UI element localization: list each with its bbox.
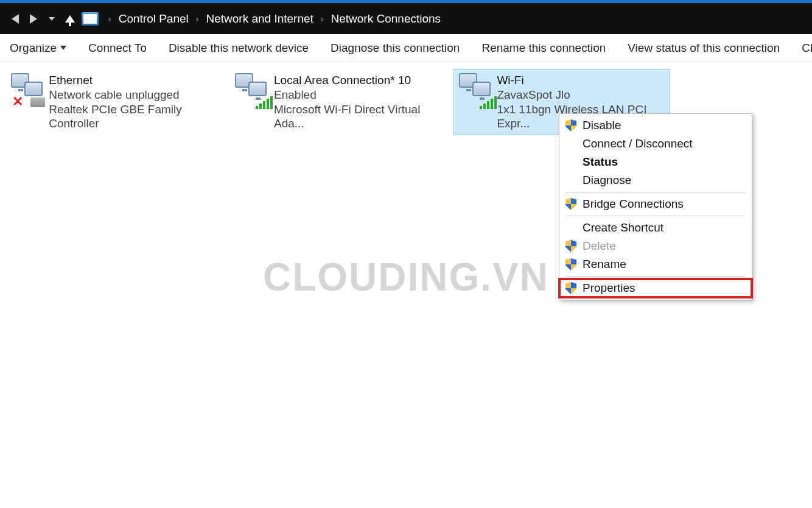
diagnose-label: Diagnose this connection xyxy=(331,41,460,55)
rename-connection-button[interactable]: Rename this connection xyxy=(481,41,606,55)
shield-icon xyxy=(565,258,576,270)
context-menu-separator xyxy=(565,276,746,277)
connection-local-area[interactable]: Local Area Connection* 10 Enabled Micros… xyxy=(230,69,446,135)
ctx-diagnose[interactable]: Diagnose xyxy=(559,171,752,189)
connection-name: Local Area Connection* 10 xyxy=(274,73,441,88)
connection-ethernet[interactable]: ✕ Ethernet Network cable unplugged Realt… xyxy=(6,69,222,135)
connection-name: Wi-Fi xyxy=(497,73,665,88)
shield-icon xyxy=(565,198,576,210)
disable-device-button[interactable]: Disable this network device xyxy=(169,41,309,55)
ctx-shortcut-label: Create Shortcut xyxy=(583,221,663,235)
breadcrumb-sep-icon: › xyxy=(103,14,116,24)
connection-status: Enabled xyxy=(274,88,441,102)
breadcrumb-sep-icon: › xyxy=(191,14,204,24)
change-settings-button[interactable]: Change setti xyxy=(802,41,812,55)
forward-button[interactable] xyxy=(24,14,43,24)
ctx-properties-label: Properties xyxy=(583,281,635,295)
shield-icon xyxy=(565,119,576,132)
change-settings-label: Change setti xyxy=(802,41,812,55)
ctx-delete-label: Delete xyxy=(583,239,616,253)
ctx-disable[interactable]: Disable xyxy=(559,116,752,135)
watermark-text: CLOUDING.VN xyxy=(263,255,549,300)
diagnose-button[interactable]: Diagnose this connection xyxy=(331,41,460,55)
ctx-disable-label: Disable xyxy=(583,119,621,132)
rename-label: Rename this connection xyxy=(481,41,606,55)
view-status-button[interactable]: View status of this connection xyxy=(628,41,780,55)
shield-icon xyxy=(565,282,576,294)
breadcrumb-network-internet[interactable]: Network and Internet xyxy=(203,12,315,26)
breadcrumb-sep-icon: › xyxy=(316,14,329,24)
network-adapter-icon: ✕ xyxy=(11,73,43,106)
connection-device: Realtek PCIe GBE Family Controller xyxy=(49,102,217,132)
ctx-diagnose-label: Diagnose xyxy=(583,174,631,187)
ethernet-plug-icon xyxy=(30,97,45,107)
shield-icon xyxy=(565,240,576,252)
connection-device: Microsoft Wi-Fi Direct Virtual Ada... xyxy=(274,102,441,132)
organize-menu[interactable]: Organize xyxy=(10,41,66,55)
ctx-rename-label: Rename xyxy=(583,258,626,271)
ctx-connect-disconnect[interactable]: Connect / Disconnect xyxy=(559,135,752,153)
address-bar: › Control Panel › Network and Internet ›… xyxy=(0,3,812,34)
ctx-status-label: Status xyxy=(583,155,618,169)
arrow-left-icon xyxy=(12,14,19,24)
ctx-delete: Delete xyxy=(559,237,752,255)
chevron-down-icon xyxy=(60,46,66,50)
error-x-icon: ✕ xyxy=(12,97,23,106)
folder-icon xyxy=(82,12,99,26)
breadcrumb-control-panel[interactable]: Control Panel xyxy=(116,12,191,26)
ctx-properties[interactable]: Properties xyxy=(559,279,752,297)
ctx-bridge-label: Bridge Connections xyxy=(583,197,684,211)
context-menu: Disable Connect / Disconnect Status Diag… xyxy=(559,113,752,300)
ctx-bridge[interactable]: Bridge Connections xyxy=(559,195,752,213)
arrow-up-icon xyxy=(65,15,75,23)
connection-status: Network cable unplugged xyxy=(49,88,217,102)
signal-bars-icon xyxy=(256,96,273,109)
up-button[interactable] xyxy=(61,15,79,23)
breadcrumb-network-connections[interactable]: Network Connections xyxy=(329,12,444,26)
ctx-create-shortcut[interactable]: Create Shortcut xyxy=(559,219,752,237)
ctx-status[interactable]: Status xyxy=(559,153,752,171)
command-toolbar: Organize Connect To Disable this network… xyxy=(0,34,812,62)
arrow-right-icon xyxy=(30,14,37,24)
connect-to-button[interactable]: Connect To xyxy=(88,41,147,55)
ctx-rename[interactable]: Rename xyxy=(559,255,752,273)
history-dropdown[interactable] xyxy=(43,17,61,21)
ctx-connect-label: Connect / Disconnect xyxy=(583,137,693,150)
connect-to-label: Connect To xyxy=(88,41,147,55)
network-adapter-icon xyxy=(235,73,268,106)
context-menu-separator xyxy=(565,192,746,192)
connection-text: Local Area Connection* 10 Enabled Micros… xyxy=(274,73,441,131)
view-status-label: View status of this connection xyxy=(628,41,780,55)
network-adapter-icon xyxy=(459,73,491,106)
signal-bars-icon xyxy=(480,96,497,109)
chevron-down-icon xyxy=(49,17,55,21)
connection-text: Ethernet Network cable unplugged Realtek… xyxy=(49,73,217,131)
organize-label: Organize xyxy=(10,41,57,55)
disable-label: Disable this network device xyxy=(169,41,309,55)
connection-status: ZavaxSpot Jlo xyxy=(497,88,665,102)
back-button[interactable] xyxy=(6,14,24,24)
context-menu-separator xyxy=(565,216,746,216)
connection-name: Ethernet xyxy=(49,73,217,88)
